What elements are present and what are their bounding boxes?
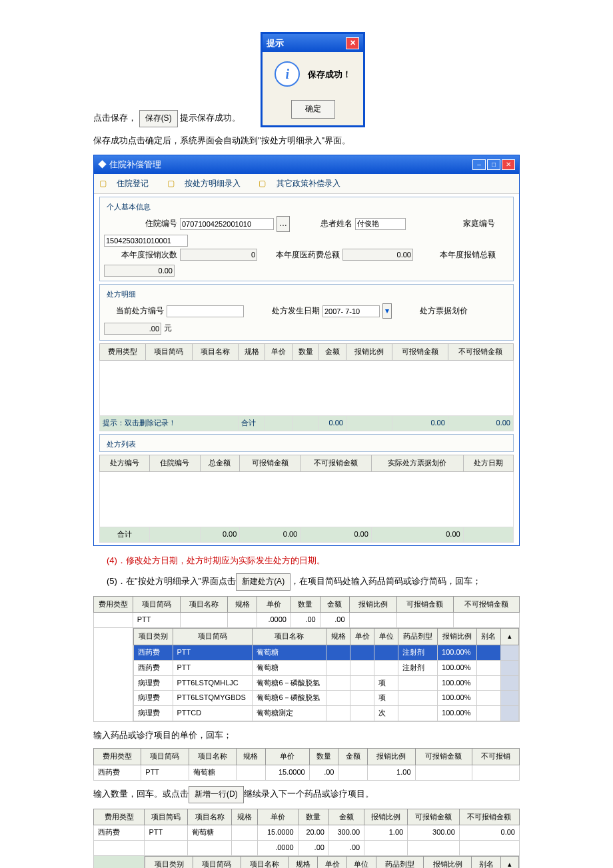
intro-line: 点击保存， 保存(S) 提示保存成功。 提示 ✕ i 保存成功！ 确定 [93,32,520,127]
date-dropdown[interactable]: ▾ [382,303,392,319]
legend: 处方列表 [104,438,139,451]
minimize-icon[interactable]: – [472,159,486,170]
label: 住院编号 [104,217,177,231]
list-item[interactable]: 西药费PTT葡萄糖注射剂100.00% [133,660,518,675]
rx-detail-group: 处方明细 当前处方编号 处方发生日期 ▾ 处方票据划价 元 [99,284,514,341]
legend: 处方明细 [104,288,139,301]
label: 患者姓名 [293,217,352,231]
label: 当前处方编号 [104,304,164,319]
close-icon[interactable]: ✕ [502,159,515,170]
table-row[interactable]: 西药费PTT葡萄糖15.0000.001.00 [94,765,520,781]
scroll-up-icon[interactable]: ▴ [501,629,519,645]
list-item[interactable]: 病理费PTT6LSTQMHLJC葡萄糖6－磷酸脱氢项100.00% [133,675,518,691]
input-row[interactable]: .0000.00.00 [94,841,520,856]
step-4: (4)．修改处方日期，处方时期应为实际发生处方的日期。 [93,553,520,568]
sum-label: 合计 [238,415,265,431]
list-item[interactable]: 病理费PTTCD葡萄糖测定次100.00% [133,706,518,721]
header-row: 处方编号住院编号总金额可报销金额不可报销金额实际处方票据划价处方日期 [100,455,514,472]
rx-list-group: 处方列表 [99,434,514,453]
folder-icon: ▢ [259,179,266,188]
maximize-icon[interactable]: □ [487,159,500,170]
unit: 元 [164,321,172,336]
lookup-table-c: 费用类型项目简码项目名称规格单价数量金额报销比例可报销金额不可报销金额 西药费P… [93,809,520,868]
text: 点击保存， [93,113,137,123]
scroll-up-icon[interactable]: ▴ [501,857,519,868]
save-button[interactable]: 保存(S) [139,110,178,127]
list-item[interactable]: 西药费PTT葡萄糖注射剂100.00% [133,645,518,661]
rx-items-grid: 费用类型项目简码项目名称规格单价数量金额报销比例可报销金额不可报销金额 提示：双… [99,343,514,431]
app-window: ◆ 住院补偿管理 – □ ✕ ▢ 住院登记 ▢ 按处方明细录入 ▢ 其它政策补偿… [93,155,520,545]
dialog-message: 保存成功！ [308,67,351,82]
folder-icon: ▢ [167,179,175,188]
text: 输入数量，回车。或点击新增一行(D)继续录入下一个药品或诊疗项目。 [93,786,520,803]
label: 处方票据划价 [394,304,468,319]
text: 提示保存成功。 [180,113,241,123]
year-reimburse [104,265,175,277]
lookup-button[interactable]: … [277,216,290,232]
year-total [342,249,413,261]
dialog-title: 提示 [267,35,284,51]
label: 本年度报销总额 [416,248,496,263]
folder-icon: ▢ [99,179,107,188]
delete-hint: 提示：双击删除记录！ [100,415,239,431]
add-row-button[interactable]: 新增一行(D) [189,786,244,803]
header-row: 费用类型项目简码项目名称规格单价数量金额报销比例可报销金额不可报销金额 [100,343,514,360]
list-item[interactable]: 病理费PTT6LSTQMYGBDS葡萄糖6－磷酸脱氢项100.00% [133,691,518,706]
text: 输入药品或诊疗项目的单价，回车； [93,727,520,743]
table-row: 西药费PTT葡萄糖15.000020.00300.001.00300.000.0… [94,825,520,841]
label: 处方发生日期 [247,304,320,319]
label: 本年度报销次数 [104,248,177,263]
lookup-table-a: 费用类型项目简码项目名称规格单价数量金额报销比例可报销金额不可报销金额 PTT.… [93,596,520,722]
text: 保存成功点击确定后，系统界面会自动跳到"按处方明细录入"界面。 [93,133,520,148]
rx-list-grid: 处方编号住院编号总金额可报销金额不可报销金额实际处方票据划价处方日期 合计 0.… [99,455,514,543]
rx-price [104,323,161,335]
reimburse-count [180,249,257,261]
rx-date-input[interactable] [322,305,380,317]
new-rx-button[interactable]: 新建处方(A) [236,573,291,591]
sum-label: 合计 [100,527,150,542]
tab-other[interactable]: ▢ 其它政策补偿录入 [259,179,348,188]
success-dialog: 提示 ✕ i 保存成功！ 确定 [261,32,365,127]
input-row[interactable]: PTT.0000.00.00 [94,613,520,628]
window-title: ◆ 住院补偿管理 [98,157,161,172]
label: 本年度医药费总额 [260,248,340,263]
close-icon[interactable]: ✕ [346,37,359,49]
step-5: (5)．在"按处方明细录入"界面点击新建处方(A)，在项目简码处输入药品简码或诊… [93,573,520,591]
admission-no-input[interactable] [180,218,274,230]
info-icon: i [275,61,300,87]
tab-register[interactable]: ▢ 住院登记 [99,179,157,188]
tab-bar: ▢ 住院登记 ▢ 按处方明细录入 ▢ 其它政策补偿录入 [94,174,519,195]
label: 家庭编号 [408,217,495,231]
patient-name-input[interactable] [355,218,406,230]
personal-info-group: 个人基本信息 住院编号 … 患者姓名 家庭编号 本年度报销次数 本年度医药费总额… [99,197,514,281]
family-no-input[interactable] [104,235,188,247]
ok-button[interactable]: 确定 [291,100,335,119]
rx-no-input[interactable] [167,305,244,317]
price-entry-table: 费用类型项目简码项目名称规格单价数量金额报销比例可报销金额不可报销 西药费PTT… [93,748,520,781]
tab-rx-detail[interactable]: ▢ 按处方明细录入 [167,179,249,188]
legend: 个人基本信息 [104,201,153,214]
